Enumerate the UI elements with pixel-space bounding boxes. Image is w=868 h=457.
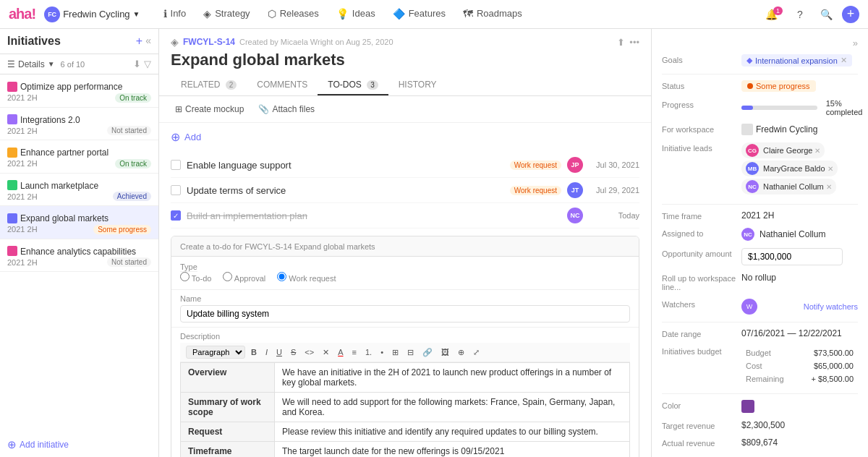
top-nav: aha! FC Fredwin Cycling ▼ ℹInfo ◈Strateg… xyxy=(0,0,868,29)
radio-approval[interactable]: Approval xyxy=(223,272,265,283)
nav-user[interactable]: FC Fredwin Cycling ▼ xyxy=(44,7,140,22)
list-item[interactable]: Optimize app performance 2021 2HOn track xyxy=(0,74,158,108)
attach-files-btn[interactable]: 📎 Attach files xyxy=(254,102,319,116)
align-btn[interactable]: ≡ xyxy=(349,346,359,358)
lead-remove-nathaniel[interactable]: ✕ xyxy=(826,183,832,191)
item-count: 6 of 10 xyxy=(61,60,85,69)
lead-remove-claire[interactable]: ✕ xyxy=(814,147,820,155)
sidebar-toolbar: ☰ Details ▼ 6 of 10 ⬇ ▽ xyxy=(0,54,158,74)
tab-related[interactable]: RELATED 2 xyxy=(171,75,247,95)
tab-todos[interactable]: TO-DOS 3 xyxy=(318,75,388,95)
todo-avatar: JT xyxy=(567,182,583,198)
export-btn[interactable]: ⬆ xyxy=(617,37,625,48)
budget-section: Initiatives budget Budget $73,500.00 Cos… xyxy=(662,346,858,386)
table-row: Timeframe The target launch date for the… xyxy=(181,442,630,458)
sidebar-add-btn[interactable]: + xyxy=(136,35,142,48)
ul-btn[interactable]: • xyxy=(378,346,386,358)
filter-label[interactable]: Details xyxy=(18,59,45,69)
todo-date: Today xyxy=(589,211,639,220)
code-btn[interactable]: <> xyxy=(302,346,317,358)
todo-add-row[interactable]: ⊕ Add xyxy=(171,130,639,144)
list-item[interactable]: Enhance analytics capabilities 2021 2HNo… xyxy=(0,239,158,273)
list-item-active[interactable]: Expand global markets 2021 2HSome progre… xyxy=(0,206,158,239)
create-mockup-btn[interactable]: ⊞ Create mockup xyxy=(171,102,248,116)
list-item[interactable]: Integrations 2.0 2021 2HNot started xyxy=(0,108,158,141)
tab-releases[interactable]: ⬡Releases xyxy=(259,0,328,29)
table-row: Summary of work scope We will need to ad… xyxy=(181,393,630,422)
notify-watchers-btn[interactable]: Notify watchers xyxy=(804,302,858,311)
tab-strategy[interactable]: ◈Strategy xyxy=(195,0,258,29)
opportunity-input[interactable] xyxy=(741,248,843,265)
link-btn[interactable]: 🔗 xyxy=(420,346,435,359)
more-format-btn[interactable]: ⊕ xyxy=(455,346,467,359)
sidebar-collapse-btn[interactable]: « xyxy=(145,35,151,48)
indent-btn[interactable]: ⊞ xyxy=(389,346,401,359)
filter-chevron[interactable]: ▼ xyxy=(48,60,55,68)
color-swatch[interactable] xyxy=(741,400,754,413)
download-btn[interactable]: ⬇ xyxy=(133,59,141,69)
opportunity-section: Opportunity amount xyxy=(662,248,858,265)
tab-features[interactable]: 🔷Features xyxy=(384,0,454,29)
radio-todo[interactable]: To-do xyxy=(180,272,211,283)
detail-header: ◈ FWCYL-S-14 Created by Micaela Wright o… xyxy=(159,29,651,96)
strikethrough-btn[interactable]: S xyxy=(288,346,299,358)
target-revenue-section: Target revenue $2,300,500 xyxy=(662,420,858,430)
todo-checkbox-checked[interactable]: ✓ xyxy=(171,210,181,221)
tab-roadmaps[interactable]: 🗺Roadmaps xyxy=(454,0,531,29)
watchers-section: Watchers W Notify watchers xyxy=(662,299,858,315)
name-input[interactable] xyxy=(180,305,630,323)
fullscreen-btn[interactable]: ⤢ xyxy=(470,346,482,359)
list-item[interactable]: Launch marketplace 2021 2HAchieved xyxy=(0,174,158,207)
divider xyxy=(662,393,858,394)
todo-item: Enable language support Work request JP … xyxy=(171,153,639,178)
table-btn[interactable]: ⊟ xyxy=(404,346,417,359)
panel-collapse-icon[interactable]: » xyxy=(853,38,858,48)
todo-item: Update terms of service Work request JT … xyxy=(171,178,639,203)
assigned-avatar: NC xyxy=(741,228,754,241)
todo-form: Create a to-do for FWCYL-S-14 Expand glo… xyxy=(171,236,639,457)
add-initiative-btn[interactable]: ⊕ Add initiative xyxy=(0,432,158,457)
remove-format-btn[interactable]: ✕ xyxy=(320,346,332,359)
todo-checkbox[interactable] xyxy=(171,160,181,170)
bold-btn[interactable]: B xyxy=(248,346,260,358)
lead-avatar-mary: MB xyxy=(746,162,759,175)
initiative-type-icon: ◈ xyxy=(171,36,179,48)
image-btn[interactable]: 🖼 xyxy=(438,346,452,358)
tab-history[interactable]: HISTORY xyxy=(388,75,447,95)
lead-remove-mary[interactable]: ✕ xyxy=(827,165,833,173)
date-range-section: Date range 07/16/2021 — 12/22/2021 xyxy=(662,328,858,338)
tab-comments[interactable]: COMMENTS xyxy=(247,75,318,95)
ol-btn[interactable]: 1. xyxy=(362,346,375,358)
tab-ideas[interactable]: 💡Ideas xyxy=(328,0,384,29)
underline-btn[interactable]: U xyxy=(273,346,285,358)
list-item[interactable]: Enhance partner portal 2021 2HOn track xyxy=(0,140,158,174)
status-badge[interactable]: Some progress xyxy=(741,80,816,92)
todo-checkbox[interactable] xyxy=(171,185,181,195)
user-dropdown-icon[interactable]: ▼ xyxy=(133,10,140,18)
radio-workrequest[interactable]: Work request xyxy=(277,272,336,283)
divider xyxy=(662,204,858,205)
leads-section: Initiative leads CG Claire George ✕ MB M… xyxy=(662,142,858,197)
timeframe-section: Time frame 2021 2H xyxy=(662,210,858,221)
watcher-avatar: W xyxy=(741,299,757,315)
notification-btn[interactable]: 🔔1 xyxy=(764,4,784,25)
text-color-btn[interactable]: A xyxy=(335,346,346,358)
workspace-icon xyxy=(741,124,753,135)
tab-info[interactable]: ℹInfo xyxy=(155,0,195,29)
add-initiative-icon: ⊕ xyxy=(7,438,17,451)
more-btn[interactable]: ••• xyxy=(629,37,639,48)
progress-bar-bg xyxy=(741,106,817,110)
search-btn[interactable]: 🔍 xyxy=(816,4,836,25)
editor-content[interactable]: Overview We have an initiative in the 2H… xyxy=(180,362,630,457)
todo-add-icon: ⊕ xyxy=(171,130,180,144)
paragraph-select[interactable]: Paragraph xyxy=(186,346,245,359)
created-by: Created by Micaela Wright on Aug 25, 202… xyxy=(239,38,393,46)
todo-avatar: JP xyxy=(567,157,583,173)
filter-btn[interactable]: ▽ xyxy=(144,59,151,69)
goal-remove-btn[interactable]: ✕ xyxy=(841,56,847,65)
italic-btn[interactable]: I xyxy=(263,346,271,358)
add-initiative-label: Add initiative xyxy=(20,440,69,450)
help-btn[interactable]: ? xyxy=(790,4,810,25)
todo-tag: Work request xyxy=(510,161,561,170)
add-global-btn[interactable]: + xyxy=(842,6,859,23)
